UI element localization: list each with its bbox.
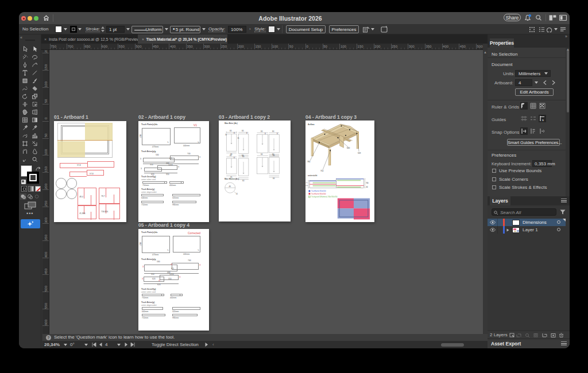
- svg-text:60: 60: [230, 130, 232, 132]
- svg-text:740: 740: [366, 182, 369, 184]
- svg-text:40: 40: [366, 186, 369, 188]
- svg-text:120: 120: [305, 185, 308, 187]
- svg-text:Tischfläche 800x500: Tischfläche 800x500: [311, 193, 326, 195]
- svg-text:710: 710: [320, 170, 324, 172]
- svg-text:60: 60: [272, 153, 274, 156]
- svg-text:Tischgestell (Rahmen) 740x740x: Tischgestell (Rahmen) 740x740x740: [311, 196, 338, 198]
- svg-text:60: 60: [230, 154, 232, 157]
- svg-text:35: 35: [238, 137, 239, 139]
- svg-text:60: 60: [261, 153, 263, 156]
- svg-text:60: 60: [242, 180, 245, 182]
- svg-text:60: 60: [261, 130, 263, 133]
- svg-text:60: 60: [242, 130, 244, 132]
- svg-text:75: 75: [306, 182, 308, 184]
- svg-text:640: 640: [347, 147, 350, 149]
- svg-text:60: 60: [272, 130, 274, 133]
- svg-text:780: 780: [307, 161, 311, 163]
- svg-text:40: 40: [229, 185, 231, 188]
- svg-text:45: 45: [236, 193, 238, 195]
- svg-text:559: 559: [358, 152, 361, 154]
- svg-text:s: s: [542, 118, 544, 122]
- svg-text:60: 60: [273, 177, 275, 180]
- svg-text:Tischfläche 810x510: Tischfläche 810x510: [311, 190, 326, 192]
- svg-text:60: 60: [242, 154, 244, 157]
